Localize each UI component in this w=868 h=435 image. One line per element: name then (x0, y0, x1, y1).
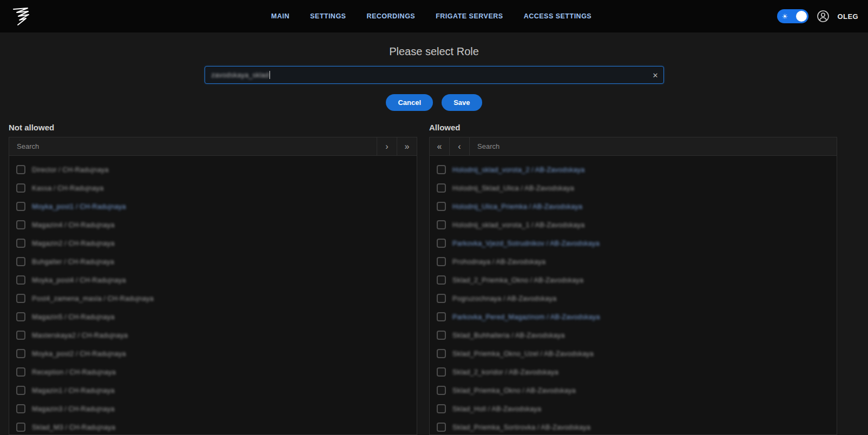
list-item[interactable]: Holodnij_sklad_vorota_2 / AB-Zavodskaya (430, 160, 837, 179)
list-item[interactable]: Kassa / CH-Radujnaya (9, 179, 417, 197)
nav-item-main[interactable]: MAIN (271, 12, 290, 20)
frigate-logo-icon (10, 5, 31, 27)
frigate-logo[interactable] (10, 5, 31, 27)
item-checkbox[interactable] (16, 386, 25, 395)
item-label: Reception / CH-Radujnaya (32, 368, 116, 376)
item-checkbox[interactable] (437, 257, 446, 266)
list-item[interactable]: Holodnij_sklad_vorota_1 / AB-Zavodskaya (430, 215, 837, 234)
item-checkbox[interactable] (16, 220, 25, 229)
list-item[interactable]: Moyka_post1 / CH-Radujnaya (9, 197, 417, 215)
list-item[interactable]: Magazin4 / CH-Radujnaya (9, 215, 417, 234)
item-checkbox[interactable] (16, 257, 25, 266)
list-item[interactable]: Parkovka_Vjezd_Sotrudnikov / AB-Zavodska… (430, 234, 837, 252)
item-checkbox[interactable] (16, 423, 25, 432)
allowed-list: Holodnij_sklad_vorota_2 / AB-ZavodskayaH… (430, 156, 837, 435)
list-item[interactable]: Sklad_Buhhalteria / AB-Zavodskaya (430, 326, 837, 344)
item-checkbox[interactable] (16, 275, 25, 285)
move-all-to-not-allowed-button[interactable]: « (430, 137, 450, 155)
item-label: Sklad_Holl / AB-Zavodskaya (452, 405, 541, 413)
item-label: Magazin2 / CH-Radujnaya (32, 239, 114, 247)
item-checkbox[interactable] (16, 349, 25, 358)
item-checkbox[interactable] (16, 294, 25, 303)
clear-input-button[interactable]: ✕ (653, 71, 659, 79)
list-item[interactable]: Sklad_Holl / AB-Zavodskaya (430, 399, 837, 418)
item-checkbox[interactable] (437, 202, 446, 211)
user-profile-icon[interactable] (817, 10, 830, 23)
list-item[interactable]: Parkovka_Pered_Magazinom / AB-Zavodskaya (430, 307, 837, 326)
move-selected-to-allowed-button[interactable]: › (377, 137, 397, 155)
sun-icon: ☀ (782, 13, 788, 20)
list-item[interactable]: Sklad_Priemka_Okno_Uzel / AB-Zavodskaya (430, 344, 837, 362)
list-item[interactable]: Sklad_2_Priemka_Okno / AB-Zavodskaya (430, 271, 837, 289)
item-checkbox[interactable] (437, 404, 446, 413)
not-allowed-box: › » Director / CH-RadujnayaKassa / CH-Ra… (9, 137, 417, 435)
item-checkbox[interactable] (16, 239, 25, 248)
save-button[interactable]: Save (442, 94, 482, 111)
nav-item-frigate-servers[interactable]: FRIGATE SERVERS (436, 12, 503, 20)
item-checkbox[interactable] (437, 275, 446, 285)
text-caret (269, 71, 270, 79)
allowed-search-input[interactable] (470, 137, 837, 155)
not-allowed-search-input[interactable] (9, 137, 377, 155)
list-item[interactable]: Pogruzochnaya / AB-Zavodskaya (430, 289, 837, 307)
list-item[interactable]: Masterskaya2 / CH-Radujnaya (9, 326, 417, 344)
list-item[interactable]: Reception / CH-Radujnaya (9, 362, 417, 381)
item-checkbox[interactable] (437, 367, 446, 377)
list-item[interactable]: Sklad_2_koridor / AB-Zavodskaya (430, 362, 837, 381)
item-checkbox[interactable] (16, 183, 25, 193)
item-checkbox[interactable] (437, 165, 446, 174)
item-checkbox[interactable] (437, 312, 446, 321)
theme-toggle[interactable]: ☀ (777, 9, 808, 23)
item-checkbox[interactable] (437, 423, 446, 432)
list-item[interactable]: Holodnij_Sklad_Ulica / AB-Zavodskaya (430, 179, 837, 197)
item-checkbox[interactable] (16, 331, 25, 340)
page-title: Please select Role (0, 45, 868, 58)
item-checkbox[interactable] (437, 331, 446, 340)
list-item[interactable]: Sklad_Priemka_Okno / AB-Zavodskaya (430, 381, 837, 399)
item-label: Magazin1 / CH-Radujnaya (32, 386, 114, 394)
move-all-to-allowed-button[interactable]: » (397, 137, 417, 155)
item-checkbox[interactable] (437, 220, 446, 229)
list-item[interactable]: Sklad_M3 / CH-Radujnaya (9, 418, 417, 435)
item-checkbox[interactable] (16, 404, 25, 413)
list-item[interactable]: Magazin2 / CH-Radujnaya (9, 234, 417, 252)
nav-item-settings[interactable]: SETTINGS (310, 12, 346, 20)
toggle-knob (796, 11, 807, 22)
item-label: Pogruzochnaya / AB-Zavodskaya (452, 294, 556, 302)
role-input[interactable]: zavodskaya_sklad ✕ (205, 66, 664, 84)
main-navigation: MAIN SETTINGS RECORDINGS FRIGATE SERVERS… (271, 0, 591, 32)
item-label: Sklad_2_koridor / AB-Zavodskaya (452, 368, 558, 376)
list-item[interactable]: Magazin5 / CH-Radujnaya (9, 307, 417, 326)
list-item[interactable]: Holodnij_Ulica_Priemka / AB-Zavodskaya (430, 197, 837, 215)
nav-item-access-settings[interactable]: ACCESS SETTINGS (524, 12, 592, 20)
item-checkbox[interactable] (16, 165, 25, 174)
item-checkbox[interactable] (437, 349, 446, 358)
item-label: Sklad_Priemka_Sortirovka / AB-Zavodskaya (452, 423, 590, 431)
role-input-value: zavodskaya_sklad (212, 71, 269, 79)
allowed-header: « ‹ (430, 137, 837, 156)
form-actions: Cancel Save (0, 94, 868, 111)
list-item[interactable]: Post4_zamena_masla / CH-Radujnaya (9, 289, 417, 307)
list-item[interactable]: Moyka_post4 / CH-Radujnaya (9, 271, 417, 289)
item-checkbox[interactable] (437, 294, 446, 303)
list-item[interactable]: Prohodnaya / AB-Zavodskaya (430, 252, 837, 271)
item-checkbox[interactable] (437, 183, 446, 193)
nav-item-recordings[interactable]: RECORDINGS (366, 12, 415, 20)
move-selected-to-not-allowed-button[interactable]: ‹ (450, 137, 470, 155)
cancel-button[interactable]: Cancel (386, 94, 433, 111)
list-item[interactable]: Magazin3 / CH-Radujnaya (9, 399, 417, 418)
item-checkbox[interactable] (437, 239, 446, 248)
allowed-title: Allowed (429, 123, 837, 132)
item-label: Magazin5 / CH-Radujnaya (32, 313, 114, 321)
list-item[interactable]: Magazin1 / CH-Radujnaya (9, 381, 417, 399)
item-checkbox[interactable] (437, 386, 446, 395)
item-checkbox[interactable] (16, 367, 25, 377)
list-item[interactable]: Buhgalter / CH-Radujnaya (9, 252, 417, 271)
item-label: Magazin3 / CH-Radujnaya (32, 405, 114, 413)
list-item[interactable]: Sklad_Priemka_Sortirovka / AB-Zavodskaya (430, 418, 837, 435)
item-label: Sklad_2_Priemka_Okno / AB-Zavodskaya (452, 276, 583, 284)
item-checkbox[interactable] (16, 202, 25, 211)
item-checkbox[interactable] (16, 312, 25, 321)
list-item[interactable]: Director / CH-Radujnaya (9, 160, 417, 179)
list-item[interactable]: Moyka_post2 / CH-Radujnaya (9, 344, 417, 362)
